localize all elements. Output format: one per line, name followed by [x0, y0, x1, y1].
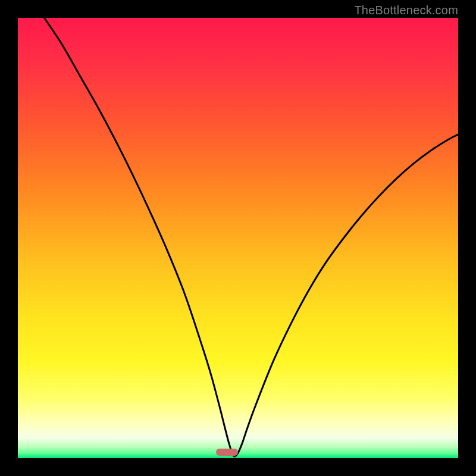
bottleneck-curve — [18, 18, 458, 458]
plot-area — [18, 18, 458, 458]
watermark-text: TheBottleneck.com — [354, 4, 458, 17]
optimum-marker — [216, 449, 238, 456]
chart-frame: TheBottleneck.com — [0, 0, 476, 476]
